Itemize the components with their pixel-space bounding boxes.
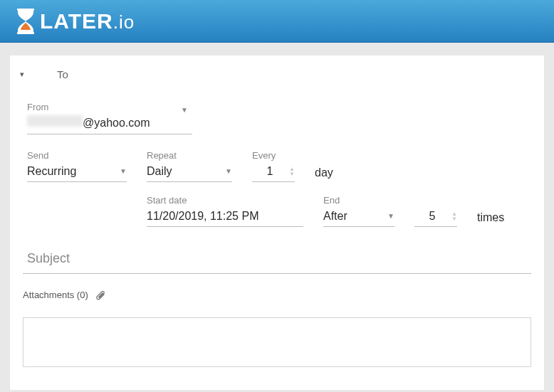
end-unit: times (477, 211, 504, 227)
send-label: Send (27, 150, 127, 161)
dropdown-caret-icon[interactable]: ▼ (387, 212, 394, 220)
dropdown-caret-icon[interactable]: ▼ (225, 167, 232, 175)
end-count-field[interactable]: 5 ▲ ▼ (414, 195, 457, 227)
repeat-value: Daily (147, 165, 219, 178)
spinner-control[interactable]: ▲ ▼ (289, 166, 295, 176)
end-count-value: 5 (414, 210, 450, 223)
every-label: Every (252, 150, 295, 161)
every-value: 1 (252, 165, 288, 178)
from-field[interactable]: ▼ From @yahoo.com (27, 102, 192, 134)
compose-panel: ▾ To ▼ From @yahoo.com Send Recurring ▼ … (10, 55, 544, 390)
send-value: Recurring (27, 165, 114, 178)
app-header: LATER.io (0, 0, 554, 43)
spinner-control[interactable]: ▲ ▼ (451, 211, 457, 221)
every-unit: day (315, 166, 333, 182)
every-field[interactable]: Every 1 ▲ ▼ (252, 150, 295, 182)
dropdown-caret-icon[interactable]: ▼ (120, 167, 127, 175)
paperclip-icon[interactable] (95, 290, 107, 300)
brand-logo: LATER.io (16, 9, 135, 34)
from-username-redacted (27, 115, 83, 127)
attachments-row: Attachments (0) (10, 274, 544, 300)
to-row: ▾ To (10, 68, 544, 80)
svg-rect-1 (17, 32, 34, 34)
hourglass-icon (16, 9, 36, 34)
repeat-label: Repeat (147, 150, 232, 161)
from-label: From (27, 102, 192, 112)
end-field[interactable]: End After ▼ (323, 195, 394, 227)
subject-placeholder: Subject (27, 251, 70, 265)
chevron-down-icon[interactable]: ▼ (451, 216, 457, 221)
brand-text: LATER.io (40, 9, 135, 33)
svg-rect-0 (17, 9, 34, 11)
repeat-field[interactable]: Repeat Daily ▼ (147, 150, 232, 182)
message-body-input[interactable] (23, 317, 531, 367)
chevron-down-icon[interactable]: ▼ (289, 171, 295, 176)
from-domain: @yahoo.com (83, 117, 150, 129)
start-date-label: Start date (147, 195, 303, 206)
start-date-field[interactable]: Start date 11/20/2019, 11:25 PM (147, 195, 303, 227)
end-label: End (323, 195, 394, 206)
end-value: After (323, 210, 382, 223)
attachments-label: Attachments (0) (23, 290, 88, 300)
start-date-value: 11/20/2019, 11:25 PM (147, 210, 303, 223)
send-field[interactable]: Send Recurring ▼ (27, 150, 127, 182)
chevron-down-icon[interactable]: ▾ (20, 70, 33, 79)
dropdown-caret-icon[interactable]: ▼ (181, 106, 188, 114)
subject-field[interactable]: Subject (23, 251, 531, 274)
to-label: To (57, 68, 68, 80)
